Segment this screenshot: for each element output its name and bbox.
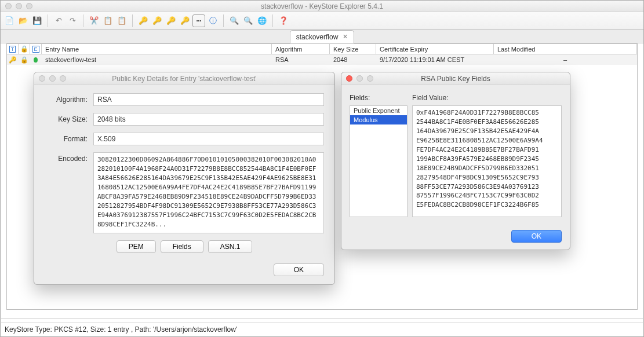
setpassword-icon[interactable]: ••• xyxy=(192,14,205,27)
redo-icon[interactable]: ↷ xyxy=(66,14,79,27)
col-algorithm[interactable]: Algorithm xyxy=(272,44,330,54)
encoded-label: Encoded: xyxy=(45,152,93,163)
algorithm-field[interactable]: RSA xyxy=(93,93,324,106)
field-public-exponent[interactable]: Public Exponent xyxy=(350,106,407,115)
save-icon[interactable]: 💾 xyxy=(31,14,43,27)
field-value-box[interactable]: 0xF4A1968F24A0D31F72279B8E8BCC85 2544BA8… xyxy=(412,105,562,217)
dialog-zoom xyxy=(367,75,373,82)
examine-file-icon[interactable]: 🔍 xyxy=(228,14,241,27)
field-modulus[interactable]: Modulus xyxy=(350,115,407,124)
rsa-public-key-fields-dialog: RSA Public Key Fields Fields: Public Exp… xyxy=(341,72,570,250)
importpair-icon[interactable]: 🔑 xyxy=(165,14,177,27)
cut-icon[interactable]: ✂️ xyxy=(88,14,100,27)
genkeypair-icon[interactable]: 🔑 xyxy=(137,14,150,27)
fields-list[interactable]: Public Exponent Modulus xyxy=(350,105,407,217)
col-cert-expiry[interactable]: Certificate Expiry xyxy=(376,44,494,54)
importcert-icon[interactable]: 🔑 xyxy=(179,14,191,27)
window-title: stackoverflow - KeyStore Explorer 5.4.1 xyxy=(261,2,383,10)
col-last-modified[interactable]: Last Modified xyxy=(494,44,637,54)
window-close[interactable] xyxy=(5,3,12,9)
encoded-field[interactable]: 30820122300D06092A864886F70D010101050003… xyxy=(93,152,324,233)
cell-algorithm: RSA xyxy=(272,54,330,65)
fields-button[interactable]: Fields xyxy=(161,240,203,253)
col-keysize[interactable]: Key Size xyxy=(330,44,376,54)
examine-ssl-icon[interactable]: 🌐 xyxy=(256,14,268,27)
keysize-field[interactable]: 2048 bits xyxy=(93,113,324,126)
window-zoom[interactable] xyxy=(26,3,32,9)
public-key-details-dialog: Public Key Details for Entry 'stackoverf… xyxy=(34,72,335,285)
format-label: Format: xyxy=(45,135,93,143)
keypair-icon: 🔑 xyxy=(9,56,17,64)
tab-label: stackoverflow xyxy=(296,33,339,41)
keysize-label: Key Size: xyxy=(45,115,93,123)
window-minimize[interactable] xyxy=(16,3,22,9)
main-titlebar: stackoverflow - KeyStore Explorer 5.4.1 xyxy=(1,1,643,12)
status-valid-icon xyxy=(34,57,38,63)
lock-icon: 🔒 xyxy=(20,56,28,64)
properties-icon[interactable]: ⓘ xyxy=(206,14,219,27)
tab-close-icon[interactable]: ✕ xyxy=(343,33,348,41)
table-header: T 🔒 E Entry Name Algorithm Key Size Cert… xyxy=(7,44,637,54)
statusbar: KeyStore Type: PKCS #12, Size: 1 entry ,… xyxy=(1,322,643,336)
dialog-minimize xyxy=(49,75,56,82)
gensecretkey-icon[interactable]: 🔑 xyxy=(151,14,163,27)
dialog-zoom xyxy=(60,75,66,82)
format-field[interactable]: X.509 xyxy=(93,133,324,145)
dialog-titlebar: RSA Public Key Fields xyxy=(341,72,570,85)
dialog-minimize xyxy=(356,75,363,82)
col-lock[interactable]: 🔒 xyxy=(19,44,30,54)
dialog-close[interactable] xyxy=(39,75,45,82)
dialog-title: RSA Public Key Fields xyxy=(421,75,490,83)
pem-button[interactable]: PEM xyxy=(117,240,156,253)
ok-button[interactable]: OK xyxy=(274,263,324,276)
col-type[interactable]: T xyxy=(7,44,19,54)
table-row[interactable]: 🔑 🔒 stackoverflow-test RSA 2048 9/17/202… xyxy=(7,54,637,65)
help-icon[interactable]: ❓ xyxy=(277,14,290,27)
dialog-close[interactable] xyxy=(346,75,352,82)
cell-modified: – xyxy=(494,54,637,65)
fields-label: Fields: xyxy=(350,92,407,105)
paste-icon[interactable]: 📋 xyxy=(115,14,128,27)
tab-stackoverflow[interactable]: stackoverflow ✕ xyxy=(290,30,355,43)
algorithm-label: Algorithm: xyxy=(45,96,93,104)
open-icon[interactable]: 📂 xyxy=(17,14,30,27)
copy-icon[interactable]: 📋 xyxy=(101,14,114,27)
col-expiry-status[interactable]: E xyxy=(30,44,42,54)
examine-clipboard-icon[interactable]: 🔍 xyxy=(242,14,254,27)
col-entry-name[interactable]: Entry Name xyxy=(42,44,272,54)
cell-expiry: 9/17/2020 11:19:01 AM CEST xyxy=(376,54,494,65)
dialog-titlebar: Public Key Details for Entry 'stackoverf… xyxy=(34,72,334,85)
ok-button[interactable]: OK xyxy=(511,230,562,243)
new-icon[interactable]: 📄 xyxy=(3,14,16,27)
dialog-title: Public Key Details for Entry 'stackoverf… xyxy=(112,75,256,83)
tab-strip: stackoverflow ✕ xyxy=(1,30,643,43)
cell-entry-name: stackoverflow-test xyxy=(42,54,272,65)
main-toolbar: 📄 📂 💾 ↶ ↷ ✂️ 📋 📋 🔑 🔑 🔑 🔑 ••• ⓘ 🔍 🔍 🌐 ❓ xyxy=(1,12,643,30)
field-value-label: Field Value: xyxy=(412,92,562,105)
asn1-button[interactable]: ASN.1 xyxy=(208,240,253,253)
undo-icon[interactable]: ↶ xyxy=(52,14,65,27)
cell-keysize: 2048 xyxy=(330,54,376,65)
